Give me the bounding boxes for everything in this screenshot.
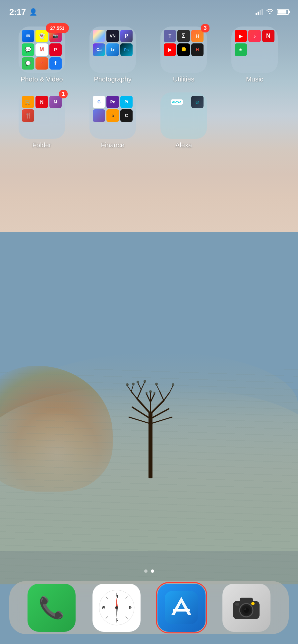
svg-point-27 <box>153 392 155 394</box>
wifi-icon <box>266 8 273 16</box>
svg-line-2 <box>150 401 164 414</box>
safari-icon: N S E W <box>98 589 135 626</box>
svg-rect-51 <box>240 598 253 603</box>
battery-icon <box>277 9 289 15</box>
badge-utilities: 3 <box>201 24 209 32</box>
svg-rect-48 <box>165 591 198 624</box>
app-pinterest: P <box>49 43 62 56</box>
app-ps: Ps <box>120 43 133 56</box>
svg-rect-0 <box>149 412 152 478</box>
status-time: 2:17 <box>9 7 26 17</box>
status-bar: 2:17 👤 <box>0 0 298 20</box>
app-youtube-util: ▶ <box>164 43 176 56</box>
svg-rect-57 <box>235 603 239 606</box>
folder-alexa-icon[interactable]: alexa ◎ <box>160 92 207 139</box>
badge-photo-video: 27,551 <box>46 23 69 33</box>
folder-misc[interactable]: 1 🛒 N M 🍴 Folder <box>9 92 74 149</box>
svg-point-29 <box>172 383 174 386</box>
folder-photo-video-label: Photo & Video <box>21 76 63 83</box>
folder-finance-icon[interactable]: G Pe Pt a C <box>89 92 136 139</box>
folder-photography-icon[interactable]: VN P Ca Lr Ps <box>89 27 136 73</box>
app-mx: M <box>49 96 62 108</box>
appstore-icon <box>165 591 198 624</box>
svg-line-6 <box>150 417 172 424</box>
signal-bars <box>256 9 263 15</box>
svg-text:W: W <box>102 606 105 610</box>
svg-point-21 <box>126 383 129 386</box>
folder-alexa[interactable]: alexa ◎ Alexa <box>151 92 216 149</box>
folder-misc-label: Folder <box>32 141 51 149</box>
svg-point-55 <box>244 608 246 610</box>
svg-line-18 <box>147 394 150 402</box>
app-row-2: 1 🛒 N M 🍴 Folder G Pe Pt a C <box>9 92 289 149</box>
folder-finance[interactable]: G Pe Pt a C Finance <box>80 92 145 149</box>
app-netflix: N <box>262 30 274 42</box>
app-yummly: 🍴 <box>22 109 34 122</box>
folder-photography[interactable]: VN P Ca Lr Ps Photography <box>80 27 145 83</box>
app-gpay: G <box>93 96 105 108</box>
status-right <box>256 8 289 16</box>
folder-alexa-label: Alexa <box>175 141 192 149</box>
app-messages: 💬 <box>22 57 34 70</box>
folder-music[interactable]: ▶ ♪ N Music <box>222 27 287 83</box>
signal-bar-3 <box>260 10 261 15</box>
dock-phone[interactable]: 📞 <box>28 584 76 632</box>
app-amazon-pay: a <box>106 109 119 122</box>
app-phonepe: Pe <box>106 96 119 108</box>
app-lr: Lr <box>106 43 119 56</box>
battery-fill <box>278 10 286 14</box>
folder-finance-label: Finance <box>101 141 124 149</box>
svg-point-56 <box>251 602 255 605</box>
svg-point-22 <box>132 383 135 385</box>
dock-camera[interactable] <box>222 584 270 632</box>
app-gmail: M <box>35 43 48 56</box>
folder-utilities[interactable]: 3 T Σ H ▶ ⏺ H Utilities <box>151 27 216 83</box>
app-paytm: Pt <box>120 96 133 108</box>
app-hevy: H <box>191 43 204 56</box>
app-snapchat: 👻 <box>35 30 48 42</box>
app-hype: H <box>191 30 204 42</box>
app-record: ⏺ <box>177 43 190 56</box>
app-row-1: 27,551 ✉ 👻 📷 💬 M P 💬 📍 f Photo & Video V… <box>9 27 289 83</box>
svg-line-10 <box>164 392 170 401</box>
svg-point-54 <box>244 608 249 613</box>
svg-line-19 <box>150 394 154 402</box>
camera-icon <box>231 594 261 621</box>
svg-line-13 <box>138 383 141 390</box>
folder-utilities-icon[interactable]: 3 T Σ H ▶ ⏺ H <box>160 27 207 73</box>
app-cred: C <box>120 109 133 122</box>
app-whatsapp: 💬 <box>22 43 34 56</box>
svg-point-26 <box>146 392 148 394</box>
svg-line-7 <box>131 392 137 399</box>
folder-photo-video[interactable]: 27,551 ✉ 👻 📷 💬 M P 💬 📍 f Photo & Video <box>9 27 74 83</box>
app-apple-music: ♪ <box>248 30 261 42</box>
svg-point-24 <box>144 380 146 383</box>
page-dot-1[interactable] <box>144 569 148 573</box>
status-left: 2:17 👤 <box>9 7 37 17</box>
folder-photo-video-icon[interactable]: 27,551 ✉ 👻 📷 💬 M P 💬 📍 f <box>19 27 65 73</box>
svg-point-28 <box>155 383 158 385</box>
person-icon: 👤 <box>29 8 37 16</box>
dock-appstore[interactable] <box>157 584 206 632</box>
phone-icon: 📞 <box>38 595 65 620</box>
app-canva: Ca <box>93 43 105 56</box>
folder-misc-icon[interactable]: 1 🛒 N M 🍴 <box>19 92 65 139</box>
folder-photography-label: Photography <box>94 76 131 83</box>
dock: 📞 N S E W <box>9 581 289 634</box>
svg-point-47 <box>115 606 118 609</box>
svg-line-9 <box>160 392 164 401</box>
dock-safari[interactable]: N S E W <box>92 584 141 632</box>
app-echo: ◎ <box>191 96 204 108</box>
svg-text:E: E <box>129 606 131 610</box>
svg-line-14 <box>141 382 145 390</box>
signal-bar-1 <box>256 13 257 15</box>
app-alexa: alexa <box>171 99 183 105</box>
svg-line-15 <box>156 385 160 392</box>
page-dot-2[interactable] <box>151 569 154 573</box>
folder-music-icon[interactable]: ▶ ♪ N <box>231 27 278 73</box>
app-sigma: Σ <box>177 30 190 42</box>
app-netflix2: N <box>35 96 48 108</box>
page-dots <box>144 569 154 573</box>
signal-bar-2 <box>258 12 259 15</box>
folder-music-label: Music <box>246 76 263 83</box>
